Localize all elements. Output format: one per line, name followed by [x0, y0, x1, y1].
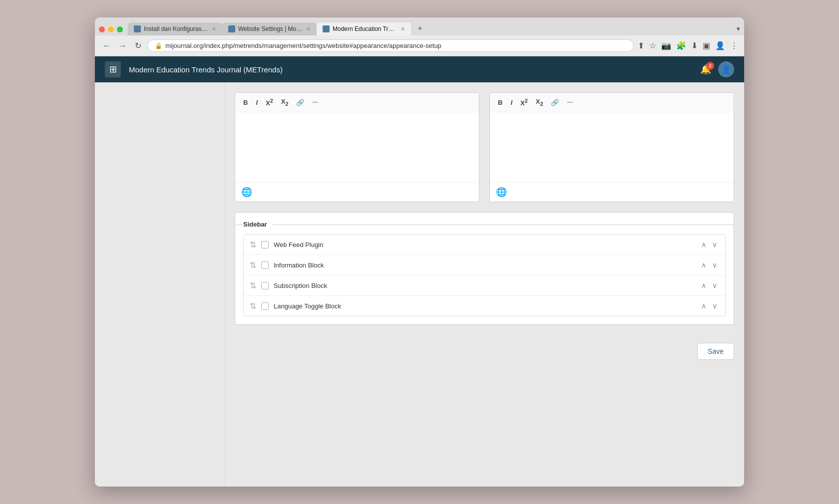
up-arrow-web-feed[interactable]: ∧: [699, 240, 708, 250]
italic-button-right[interactable]: I: [508, 98, 514, 107]
profile-icon[interactable]: 👤: [715, 41, 725, 50]
forward-button[interactable]: →: [117, 40, 129, 51]
user-avatar[interactable]: 👤: [718, 61, 734, 77]
content-area: B I X2 X2 🔗 ··· 🌐 B: [225, 82, 744, 487]
refresh-button[interactable]: ↻: [133, 40, 143, 51]
tab-bar-left: Install dan Konfiguras... | Boo... ✕ Web…: [99, 21, 427, 35]
address-input[interactable]: 🔒 mijournal.org/index.php/metrends/manag…: [147, 39, 634, 52]
tab-close-3[interactable]: ✕: [401, 26, 405, 32]
bold-button-right[interactable]: B: [496, 98, 504, 107]
globe-icon-right[interactable]: 🌐: [496, 187, 507, 198]
link-button-right[interactable]: 🔗: [549, 98, 561, 107]
logo-icon: ⊞: [109, 64, 117, 75]
left-editor-toolbar: B I X2 X2 🔗 ···: [235, 93, 479, 112]
drag-handle-subscription[interactable]: ⇅: [250, 281, 256, 290]
down-arrow-subscription[interactable]: ∨: [710, 280, 719, 290]
down-arrow-information[interactable]: ∨: [710, 260, 719, 270]
close-button[interactable]: [99, 26, 105, 32]
header-actions: 🔔 2 👤: [700, 61, 734, 77]
block-arrows-language: ∧ ∨: [699, 301, 719, 311]
up-arrow-subscription[interactable]: ∧: [699, 280, 708, 290]
drag-handle-information[interactable]: ⇅: [250, 260, 256, 270]
app-logo[interactable]: ⊞: [105, 61, 121, 77]
sidebar-section-title: Sidebar: [243, 221, 726, 228]
camera-icon[interactable]: 📷: [661, 41, 671, 50]
list-item: ⇅ Information Block ∧ ∨: [244, 255, 725, 275]
sidebar-blocks-section: Sidebar ⇅ Web Feed Plugin ∧ ∨: [235, 212, 734, 325]
notification-badge: 2: [706, 62, 714, 70]
app-title: Modern Education Trends Journal (METrend…: [129, 65, 692, 74]
drag-handle-web-feed[interactable]: ⇅: [250, 240, 256, 250]
superscript-button-left[interactable]: X2: [264, 97, 275, 108]
tab-close-1[interactable]: ✕: [212, 26, 216, 32]
browser-window: Install dan Konfiguras... | Boo... ✕ Web…: [95, 17, 744, 487]
extensions-icon[interactable]: 🧩: [676, 41, 686, 50]
tab-menu-button[interactable]: ▾: [737, 25, 740, 32]
tab-label-2: Website Settings | Modern Ed...: [238, 25, 303, 32]
minimize-button[interactable]: [108, 26, 114, 32]
bold-button-left[interactable]: B: [241, 98, 250, 107]
tab-label-3: Modern Education Trends Jou...: [333, 25, 398, 32]
bookmark-icon[interactable]: ☆: [649, 41, 656, 50]
main-content: B I X2 X2 🔗 ··· 🌐 B: [95, 82, 744, 487]
tab-favicon-3: [323, 25, 330, 32]
right-editor-panel: B I X2 X2 🔗 ··· 🌐: [489, 92, 734, 202]
tab-2[interactable]: Website Settings | Modern Ed... ✕: [222, 22, 317, 35]
share-icon[interactable]: ⬆: [638, 41, 644, 50]
menu-icon[interactable]: ⋮: [730, 41, 738, 50]
block-label-language: Language Toggle Block: [274, 302, 694, 310]
globe-icon-left[interactable]: 🌐: [241, 187, 252, 198]
left-editor-panel: B I X2 X2 🔗 ··· 🌐: [235, 92, 479, 202]
app-header: ⊞ Modern Education Trends Journal (METre…: [95, 56, 744, 82]
left-editor-footer: 🌐: [235, 182, 479, 202]
right-editor-footer: 🌐: [490, 182, 734, 202]
list-item: ⇅ Web Feed Plugin ∧ ∨: [244, 235, 725, 255]
tab-label-1: Install dan Konfiguras... | Boo...: [144, 25, 209, 32]
editor-row: B I X2 X2 🔗 ··· 🌐 B: [235, 92, 734, 202]
superscript-button-right[interactable]: X2: [518, 97, 530, 108]
address-text: mijournal.org/index.php/metrends/managem…: [165, 42, 441, 49]
checkbox-information[interactable]: [261, 261, 269, 269]
list-item: ⇅ Language Toggle Block ∧ ∨: [244, 296, 725, 316]
more-button-right[interactable]: ···: [565, 97, 575, 107]
download-icon[interactable]: ⬇: [691, 41, 698, 50]
user-icon: 👤: [721, 65, 731, 74]
checkbox-language[interactable]: [261, 302, 269, 310]
window-icon[interactable]: ▣: [703, 41, 710, 50]
left-editor-body[interactable]: [235, 112, 479, 182]
save-button[interactable]: Save: [697, 343, 734, 360]
right-editor-body[interactable]: [490, 112, 734, 182]
checkbox-subscription[interactable]: [261, 282, 269, 289]
more-button-left[interactable]: ···: [310, 97, 320, 107]
right-editor-toolbar: B I X2 X2 🔗 ···: [490, 93, 734, 112]
tab-bar: Install dan Konfiguras... | Boo... ✕ Web…: [95, 17, 744, 35]
down-arrow-web-feed[interactable]: ∨: [710, 240, 719, 250]
tab-bar-right: ▾: [737, 25, 740, 35]
back-button[interactable]: ←: [101, 40, 113, 51]
tab-favicon-2: [228, 25, 235, 32]
traffic-lights: [99, 26, 123, 35]
italic-button-left[interactable]: I: [254, 98, 260, 107]
left-sidebar: [95, 82, 225, 487]
checkbox-web-feed[interactable]: [261, 241, 269, 249]
tab-3[interactable]: Modern Education Trends Jou... ✕: [317, 22, 411, 35]
up-arrow-information[interactable]: ∧: [699, 260, 708, 270]
subscript-button-left[interactable]: X2: [279, 97, 291, 108]
block-label-web-feed: Web Feed Plugin: [274, 241, 694, 249]
save-row: Save: [235, 335, 734, 360]
lock-icon: 🔒: [155, 42, 162, 49]
new-tab-button[interactable]: +: [413, 21, 427, 35]
tab-close-2[interactable]: ✕: [306, 26, 311, 32]
tab-1[interactable]: Install dan Konfiguras... | Boo... ✕: [128, 22, 222, 35]
block-arrows-web-feed: ∧ ∨: [699, 240, 719, 250]
notification-button[interactable]: 🔔 2: [700, 64, 711, 75]
maximize-button[interactable]: [117, 26, 123, 32]
up-arrow-language[interactable]: ∧: [699, 301, 708, 311]
down-arrow-language[interactable]: ∨: [710, 301, 719, 311]
link-button-left[interactable]: 🔗: [294, 98, 306, 107]
subscript-button-right[interactable]: X2: [534, 97, 545, 108]
block-label-subscription: Subscription Block: [274, 282, 694, 289]
list-item: ⇅ Subscription Block ∧ ∨: [244, 275, 725, 296]
drag-handle-language[interactable]: ⇅: [250, 301, 256, 311]
block-label-information: Information Block: [274, 261, 694, 269]
